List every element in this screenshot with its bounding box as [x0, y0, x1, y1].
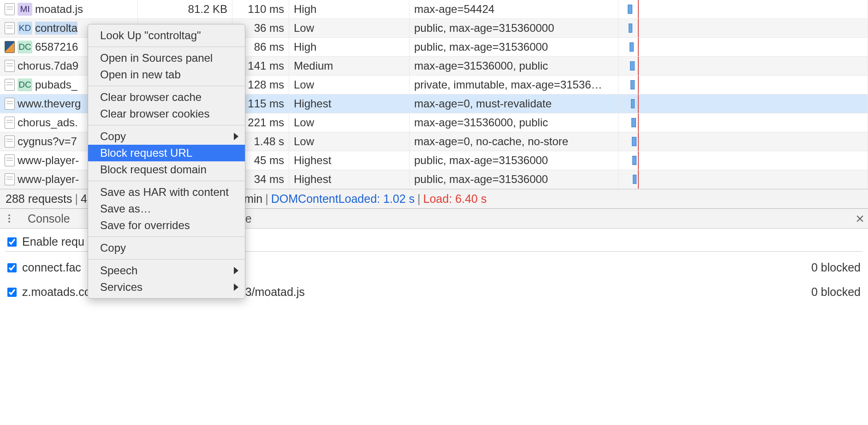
waterfall-load-line: [638, 113, 639, 132]
cell-waterfall: [618, 151, 868, 170]
chevron-right-icon: [234, 133, 238, 140]
waterfall-bar: [631, 118, 636, 127]
cell-waterfall: [618, 19, 868, 37]
resource-name: www-player-: [18, 154, 79, 167]
blocked-pattern-checkbox[interactable]: [7, 263, 17, 272]
resource-initials: MI: [18, 3, 32, 16]
resource-initials: KD: [18, 22, 32, 35]
file-icon: [5, 98, 15, 110]
menu-speech[interactable]: Speech: [88, 262, 245, 279]
chevron-right-icon: [234, 267, 238, 274]
menu-save-overrides[interactable]: Save for overrides: [88, 217, 245, 234]
waterfall-load-line: [638, 19, 639, 37]
cell-cache-control: public, max-age=315360000: [410, 19, 618, 37]
menu-separator: [88, 86, 245, 86]
menu-separator: [88, 47, 245, 47]
menu-copy-submenu[interactable]: Copy: [88, 128, 245, 145]
cell-cache-control: public, max-age=31536000: [410, 170, 618, 189]
close-icon[interactable]: ×: [856, 210, 864, 227]
summary-separator: |: [417, 192, 421, 206]
tab-console[interactable]: Console: [28, 212, 70, 225]
cell-cache-control: private, immutable, max-age=31536…: [410, 76, 618, 94]
cell-size: 81.2 KB: [138, 0, 232, 18]
menu-copy[interactable]: Copy: [88, 240, 245, 256]
cell-time: 110 ms: [232, 0, 289, 18]
summary-transferred: 4: [81, 192, 87, 206]
waterfall-bar: [630, 42, 634, 52]
waterfall-load-line: [638, 132, 639, 151]
cell-cache-control: max-age=31536000, public: [410, 113, 618, 132]
menu-save-har[interactable]: Save as HAR with content: [88, 184, 245, 201]
file-icon: [5, 22, 15, 34]
cell-waterfall: [618, 38, 868, 56]
menu-block-request-url[interactable]: Block request URL: [88, 145, 245, 161]
resource-name: cygnus?v=7: [18, 135, 77, 148]
chevron-right-icon: [234, 283, 238, 291]
resource-initials: DC: [18, 78, 32, 91]
enable-blocking-checkbox[interactable]: [7, 237, 17, 247]
file-icon: [5, 136, 15, 148]
resource-name: 6587216: [35, 41, 78, 53]
cell-priority: Low: [289, 132, 410, 151]
file-icon: [5, 79, 15, 91]
cell-cache-control: max-age=31536000, public: [410, 57, 618, 75]
cell-priority: Highest: [289, 170, 410, 189]
menu-block-request-domain[interactable]: Block request domain: [88, 161, 245, 178]
resource-name: www.theverg: [18, 97, 81, 110]
table-row[interactable]: MImoatad.js81.2 KB110 msHighmax-age=5442…: [0, 0, 868, 19]
menu-services-label: Services: [100, 281, 143, 293]
cell-cache-control: max-age=0, no-cache, no-store: [410, 132, 618, 151]
blocked-pattern-url: connect.fac: [22, 261, 81, 274]
menu-clear-cookies[interactable]: Clear browser cookies: [88, 106, 245, 122]
resource-name: controlta: [35, 22, 77, 35]
waterfall-bar: [631, 99, 635, 108]
cell-priority: Low: [289, 76, 410, 94]
waterfall-load-line: [638, 38, 639, 56]
cell-waterfall: [618, 76, 868, 94]
waterfall-bar: [630, 80, 635, 89]
cell-waterfall: [618, 57, 868, 75]
cell-priority: High: [289, 0, 410, 18]
file-icon: [5, 173, 15, 185]
more-tabs-icon[interactable]: [4, 213, 15, 224]
waterfall-bar: [633, 175, 636, 184]
summary-separator: |: [265, 192, 268, 206]
cell-waterfall: [618, 170, 868, 189]
waterfall-load-line: [638, 57, 639, 75]
waterfall-bar: [632, 156, 636, 165]
waterfall-load-line: [638, 170, 639, 189]
blocked-pattern-checkbox[interactable]: [7, 288, 17, 297]
waterfall-load-line: [638, 0, 639, 18]
summary-separator: |: [75, 192, 78, 206]
enable-blocking-label: Enable requ: [22, 235, 84, 248]
file-icon: [5, 117, 15, 129]
cell-priority: High: [289, 38, 410, 56]
menu-open-sources[interactable]: Open in Sources panel: [88, 50, 245, 66]
summary-requests: 288 requests: [6, 192, 72, 206]
menu-save-as[interactable]: Save as…: [88, 201, 245, 217]
cell-cache-control: public, max-age=31536000: [410, 38, 618, 56]
resource-name: chorus.7da9: [18, 59, 78, 72]
cell-priority: Highest: [289, 94, 410, 113]
cell-cache-control: max-age=54424: [410, 0, 618, 18]
menu-open-new-tab[interactable]: Open in new tab: [88, 66, 245, 83]
waterfall-bar: [632, 137, 636, 146]
waterfall-bar: [629, 24, 632, 33]
resource-name: chorus_ads.: [18, 116, 78, 129]
image-file-icon: [5, 41, 15, 53]
menu-speech-label: Speech: [100, 264, 137, 277]
resource-name: moatad.js: [35, 3, 83, 16]
menu-separator: [88, 259, 245, 260]
waterfall-load-line: [638, 151, 639, 170]
summary-domcontentloaded: DOMContentLoaded: 1.02 s: [271, 192, 415, 206]
cell-priority: Low: [289, 113, 410, 132]
waterfall-bar: [628, 5, 632, 14]
resource-name: www-player-: [18, 173, 79, 186]
menu-clear-cache[interactable]: Clear browser cache: [88, 89, 245, 106]
menu-separator: [88, 125, 245, 125]
menu-lookup[interactable]: Look Up "controltag": [88, 27, 245, 44]
menu-services[interactable]: Services: [88, 279, 245, 295]
cell-priority: Low: [289, 19, 410, 37]
cell-cache-control: public, max-age=31536000: [410, 151, 618, 170]
menu-separator: [88, 236, 245, 237]
